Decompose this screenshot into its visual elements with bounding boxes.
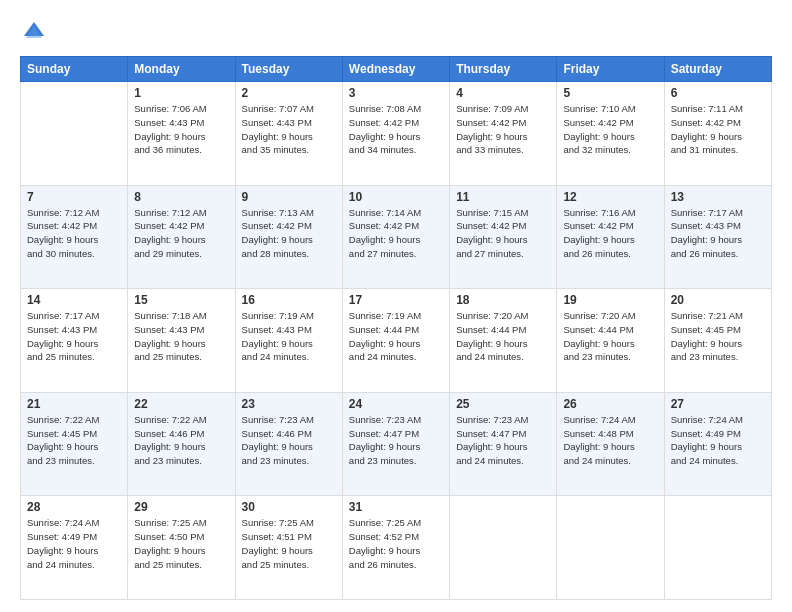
day-info: Sunrise: 7:21 AM Sunset: 4:45 PM Dayligh… bbox=[671, 309, 765, 364]
day-info: Sunrise: 7:24 AM Sunset: 4:48 PM Dayligh… bbox=[563, 413, 657, 468]
weekday-header-sunday: Sunday bbox=[21, 57, 128, 82]
calendar-cell: 26Sunrise: 7:24 AM Sunset: 4:48 PM Dayli… bbox=[557, 392, 664, 496]
calendar-cell: 8Sunrise: 7:12 AM Sunset: 4:42 PM Daylig… bbox=[128, 185, 235, 289]
day-number: 17 bbox=[349, 293, 443, 307]
day-info: Sunrise: 7:23 AM Sunset: 4:46 PM Dayligh… bbox=[242, 413, 336, 468]
weekday-header-thursday: Thursday bbox=[450, 57, 557, 82]
day-info: Sunrise: 7:18 AM Sunset: 4:43 PM Dayligh… bbox=[134, 309, 228, 364]
calendar-cell: 15Sunrise: 7:18 AM Sunset: 4:43 PM Dayli… bbox=[128, 289, 235, 393]
calendar-week-row: 7Sunrise: 7:12 AM Sunset: 4:42 PM Daylig… bbox=[21, 185, 772, 289]
day-info: Sunrise: 7:17 AM Sunset: 4:43 PM Dayligh… bbox=[27, 309, 121, 364]
calendar-cell: 18Sunrise: 7:20 AM Sunset: 4:44 PM Dayli… bbox=[450, 289, 557, 393]
day-number: 15 bbox=[134, 293, 228, 307]
day-info: Sunrise: 7:22 AM Sunset: 4:46 PM Dayligh… bbox=[134, 413, 228, 468]
logo-icon bbox=[20, 18, 48, 46]
calendar-week-row: 14Sunrise: 7:17 AM Sunset: 4:43 PM Dayli… bbox=[21, 289, 772, 393]
day-info: Sunrise: 7:11 AM Sunset: 4:42 PM Dayligh… bbox=[671, 102, 765, 157]
day-info: Sunrise: 7:14 AM Sunset: 4:42 PM Dayligh… bbox=[349, 206, 443, 261]
header bbox=[20, 18, 772, 46]
day-number: 29 bbox=[134, 500, 228, 514]
day-info: Sunrise: 7:15 AM Sunset: 4:42 PM Dayligh… bbox=[456, 206, 550, 261]
day-number: 26 bbox=[563, 397, 657, 411]
day-info: Sunrise: 7:16 AM Sunset: 4:42 PM Dayligh… bbox=[563, 206, 657, 261]
calendar-cell: 16Sunrise: 7:19 AM Sunset: 4:43 PM Dayli… bbox=[235, 289, 342, 393]
calendar-cell: 21Sunrise: 7:22 AM Sunset: 4:45 PM Dayli… bbox=[21, 392, 128, 496]
day-number: 6 bbox=[671, 86, 765, 100]
day-info: Sunrise: 7:07 AM Sunset: 4:43 PM Dayligh… bbox=[242, 102, 336, 157]
day-info: Sunrise: 7:09 AM Sunset: 4:42 PM Dayligh… bbox=[456, 102, 550, 157]
calendar-cell bbox=[450, 496, 557, 600]
day-number: 1 bbox=[134, 86, 228, 100]
weekday-header-row: SundayMondayTuesdayWednesdayThursdayFrid… bbox=[21, 57, 772, 82]
calendar-cell: 22Sunrise: 7:22 AM Sunset: 4:46 PM Dayli… bbox=[128, 392, 235, 496]
calendar-week-row: 1Sunrise: 7:06 AM Sunset: 4:43 PM Daylig… bbox=[21, 82, 772, 186]
day-number: 20 bbox=[671, 293, 765, 307]
day-info: Sunrise: 7:25 AM Sunset: 4:50 PM Dayligh… bbox=[134, 516, 228, 571]
calendar-cell: 28Sunrise: 7:24 AM Sunset: 4:49 PM Dayli… bbox=[21, 496, 128, 600]
weekday-header-monday: Monday bbox=[128, 57, 235, 82]
calendar-cell: 25Sunrise: 7:23 AM Sunset: 4:47 PM Dayli… bbox=[450, 392, 557, 496]
calendar-cell: 2Sunrise: 7:07 AM Sunset: 4:43 PM Daylig… bbox=[235, 82, 342, 186]
day-number: 5 bbox=[563, 86, 657, 100]
calendar-cell: 27Sunrise: 7:24 AM Sunset: 4:49 PM Dayli… bbox=[664, 392, 771, 496]
logo bbox=[20, 18, 52, 46]
calendar-cell: 24Sunrise: 7:23 AM Sunset: 4:47 PM Dayli… bbox=[342, 392, 449, 496]
calendar-week-row: 21Sunrise: 7:22 AM Sunset: 4:45 PM Dayli… bbox=[21, 392, 772, 496]
calendar-cell: 29Sunrise: 7:25 AM Sunset: 4:50 PM Dayli… bbox=[128, 496, 235, 600]
weekday-header-wednesday: Wednesday bbox=[342, 57, 449, 82]
day-number: 27 bbox=[671, 397, 765, 411]
day-number: 12 bbox=[563, 190, 657, 204]
calendar-cell: 7Sunrise: 7:12 AM Sunset: 4:42 PM Daylig… bbox=[21, 185, 128, 289]
day-info: Sunrise: 7:06 AM Sunset: 4:43 PM Dayligh… bbox=[134, 102, 228, 157]
day-number: 3 bbox=[349, 86, 443, 100]
day-info: Sunrise: 7:23 AM Sunset: 4:47 PM Dayligh… bbox=[456, 413, 550, 468]
day-number: 13 bbox=[671, 190, 765, 204]
day-info: Sunrise: 7:12 AM Sunset: 4:42 PM Dayligh… bbox=[27, 206, 121, 261]
day-info: Sunrise: 7:19 AM Sunset: 4:43 PM Dayligh… bbox=[242, 309, 336, 364]
day-info: Sunrise: 7:17 AM Sunset: 4:43 PM Dayligh… bbox=[671, 206, 765, 261]
weekday-header-tuesday: Tuesday bbox=[235, 57, 342, 82]
calendar-cell: 30Sunrise: 7:25 AM Sunset: 4:51 PM Dayli… bbox=[235, 496, 342, 600]
calendar-body: 1Sunrise: 7:06 AM Sunset: 4:43 PM Daylig… bbox=[21, 82, 772, 600]
day-number: 19 bbox=[563, 293, 657, 307]
calendar-cell: 6Sunrise: 7:11 AM Sunset: 4:42 PM Daylig… bbox=[664, 82, 771, 186]
day-number: 30 bbox=[242, 500, 336, 514]
day-info: Sunrise: 7:24 AM Sunset: 4:49 PM Dayligh… bbox=[27, 516, 121, 571]
calendar-table: SundayMondayTuesdayWednesdayThursdayFrid… bbox=[20, 56, 772, 600]
day-number: 25 bbox=[456, 397, 550, 411]
day-info: Sunrise: 7:22 AM Sunset: 4:45 PM Dayligh… bbox=[27, 413, 121, 468]
calendar-cell: 4Sunrise: 7:09 AM Sunset: 4:42 PM Daylig… bbox=[450, 82, 557, 186]
calendar-cell: 1Sunrise: 7:06 AM Sunset: 4:43 PM Daylig… bbox=[128, 82, 235, 186]
day-info: Sunrise: 7:25 AM Sunset: 4:51 PM Dayligh… bbox=[242, 516, 336, 571]
day-number: 28 bbox=[27, 500, 121, 514]
day-number: 10 bbox=[349, 190, 443, 204]
weekday-header-saturday: Saturday bbox=[664, 57, 771, 82]
day-number: 18 bbox=[456, 293, 550, 307]
day-info: Sunrise: 7:10 AM Sunset: 4:42 PM Dayligh… bbox=[563, 102, 657, 157]
calendar-cell: 23Sunrise: 7:23 AM Sunset: 4:46 PM Dayli… bbox=[235, 392, 342, 496]
day-number: 14 bbox=[27, 293, 121, 307]
day-info: Sunrise: 7:23 AM Sunset: 4:47 PM Dayligh… bbox=[349, 413, 443, 468]
calendar-cell bbox=[21, 82, 128, 186]
day-number: 4 bbox=[456, 86, 550, 100]
calendar-cell: 3Sunrise: 7:08 AM Sunset: 4:42 PM Daylig… bbox=[342, 82, 449, 186]
day-number: 8 bbox=[134, 190, 228, 204]
weekday-header-friday: Friday bbox=[557, 57, 664, 82]
calendar-cell: 10Sunrise: 7:14 AM Sunset: 4:42 PM Dayli… bbox=[342, 185, 449, 289]
day-number: 21 bbox=[27, 397, 121, 411]
day-info: Sunrise: 7:13 AM Sunset: 4:42 PM Dayligh… bbox=[242, 206, 336, 261]
day-info: Sunrise: 7:25 AM Sunset: 4:52 PM Dayligh… bbox=[349, 516, 443, 571]
calendar-cell: 31Sunrise: 7:25 AM Sunset: 4:52 PM Dayli… bbox=[342, 496, 449, 600]
day-number: 2 bbox=[242, 86, 336, 100]
calendar-cell: 12Sunrise: 7:16 AM Sunset: 4:42 PM Dayli… bbox=[557, 185, 664, 289]
calendar-cell: 13Sunrise: 7:17 AM Sunset: 4:43 PM Dayli… bbox=[664, 185, 771, 289]
calendar-cell: 9Sunrise: 7:13 AM Sunset: 4:42 PM Daylig… bbox=[235, 185, 342, 289]
calendar-week-row: 28Sunrise: 7:24 AM Sunset: 4:49 PM Dayli… bbox=[21, 496, 772, 600]
calendar-cell: 5Sunrise: 7:10 AM Sunset: 4:42 PM Daylig… bbox=[557, 82, 664, 186]
day-info: Sunrise: 7:24 AM Sunset: 4:49 PM Dayligh… bbox=[671, 413, 765, 468]
day-info: Sunrise: 7:20 AM Sunset: 4:44 PM Dayligh… bbox=[456, 309, 550, 364]
day-number: 31 bbox=[349, 500, 443, 514]
calendar-cell bbox=[557, 496, 664, 600]
calendar-cell bbox=[664, 496, 771, 600]
day-number: 22 bbox=[134, 397, 228, 411]
